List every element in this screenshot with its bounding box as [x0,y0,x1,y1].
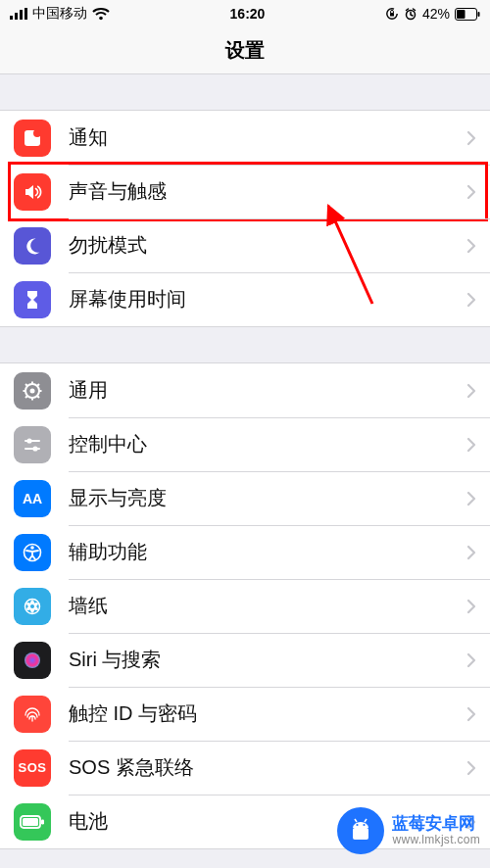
row-label: 勿扰模式 [69,232,466,259]
svg-point-42 [364,824,366,826]
watermark-title: 蓝莓安卓网 [392,815,480,834]
settings-group-2: 通用 控制中心 AA 显示与亮度 辅助功能 墙纸 Siri 与搜索 [0,362,490,849]
svg-rect-9 [457,10,466,19]
svg-rect-38 [23,818,38,826]
settings-group-1: 通知 声音与触感 勿扰模式 屏幕使用时间 [0,110,490,327]
status-left: 中国移动 [10,5,110,23]
alarm-icon [404,7,417,21]
row-label: Siri 与搜索 [69,647,466,673]
chevron-right-icon [466,599,476,614]
sos-icon: SOS [14,749,51,787]
svg-point-25 [26,438,31,443]
row-wallpaper[interactable]: 墙纸 [0,579,490,633]
wifi-icon [92,8,110,21]
svg-line-44 [365,819,367,822]
svg-rect-2 [20,10,23,20]
row-siri[interactable]: Siri 与搜索 [0,633,490,687]
accessibility-icon [14,534,51,571]
wallpaper-icon [14,588,51,625]
svg-rect-6 [390,13,394,17]
row-general[interactable]: 通用 [0,363,490,417]
battery-percentage-label: 42% [422,6,450,22]
watermark-text: 蓝莓安卓网 www.lmkjst.com [392,815,480,846]
svg-point-41 [357,824,359,826]
notifications-icon [14,120,51,157]
page-title: 设置 [225,37,265,64]
svg-rect-37 [41,819,44,824]
row-label: SOS 紧急联络 [69,754,466,781]
row-sos[interactable]: SOS SOS 紧急联络 [0,741,490,795]
svg-point-26 [32,446,37,451]
svg-line-19 [25,384,27,386]
dnd-icon [14,227,51,265]
chevron-right-icon [466,383,476,399]
svg-line-22 [37,384,39,386]
battery-row-icon [14,803,51,841]
svg-point-35 [24,652,40,668]
svg-point-4 [99,16,103,20]
nav-bar: 设置 [0,27,490,74]
status-bar: 中国移动 16:20 42% [0,0,490,27]
svg-rect-3 [24,8,27,20]
touchid-icon [14,696,51,733]
status-time: 16:20 [230,6,266,22]
row-label: 控制中心 [69,431,466,458]
row-notifications[interactable]: 通知 [0,111,490,165]
chevron-right-icon [466,292,476,308]
svg-text:AA: AA [23,491,42,506]
row-display[interactable]: AA 显示与亮度 [0,471,490,525]
svg-rect-1 [15,13,18,20]
watermark-badge-icon [337,807,384,854]
general-icon [14,372,51,410]
row-label: 通知 [69,124,466,151]
chevron-right-icon [466,760,476,776]
svg-line-20 [37,396,39,398]
status-right: 42% [385,6,480,22]
chevron-right-icon [466,184,476,200]
chevron-right-icon [466,491,476,506]
battery-icon [455,8,480,21]
row-label: 墙纸 [69,593,466,619]
row-screentime[interactable]: 屏幕使用时间 [0,272,490,326]
controlcenter-icon [14,426,51,463]
chevron-right-icon [466,238,476,254]
svg-rect-0 [10,16,13,20]
row-label: 声音与触感 [69,178,466,205]
sos-icon-text: SOS [19,760,47,775]
svg-point-14 [30,388,35,393]
svg-point-12 [33,129,41,137]
row-label: 屏幕使用时间 [69,286,466,313]
chevron-right-icon [466,437,476,453]
sounds-icon [14,173,51,211]
row-touchid[interactable]: 触控 ID 与密码 [0,687,490,741]
svg-point-34 [30,604,34,608]
row-dnd[interactable]: 勿扰模式 [0,218,490,272]
screentime-icon [14,281,51,318]
watermark: 蓝莓安卓网 www.lmkjst.com [337,807,480,854]
svg-rect-10 [478,12,480,17]
svg-point-29 [30,546,34,550]
row-label: 通用 [69,377,466,404]
siri-icon [14,642,51,679]
svg-rect-40 [353,828,368,840]
chevron-right-icon [466,545,476,560]
cellular-signal-icon [10,8,27,20]
row-label: 触控 ID 与密码 [69,700,466,727]
chevron-right-icon [466,130,476,146]
row-label: 辅助功能 [69,539,466,565]
watermark-url: www.lmkjst.com [392,834,480,846]
row-controlcenter[interactable]: 控制中心 [0,417,490,471]
orientation-lock-icon [385,7,399,21]
svg-line-21 [25,396,27,398]
display-icon: AA [14,480,51,517]
carrier-label: 中国移动 [32,5,87,23]
row-accessibility[interactable]: 辅助功能 [0,525,490,579]
chevron-right-icon [466,706,476,722]
row-sounds[interactable]: 声音与触感 [0,165,490,218]
section-gap [0,327,490,362]
section-gap [0,74,490,110]
chevron-right-icon [466,652,476,668]
row-label: 显示与亮度 [69,485,466,511]
svg-line-43 [355,819,357,822]
